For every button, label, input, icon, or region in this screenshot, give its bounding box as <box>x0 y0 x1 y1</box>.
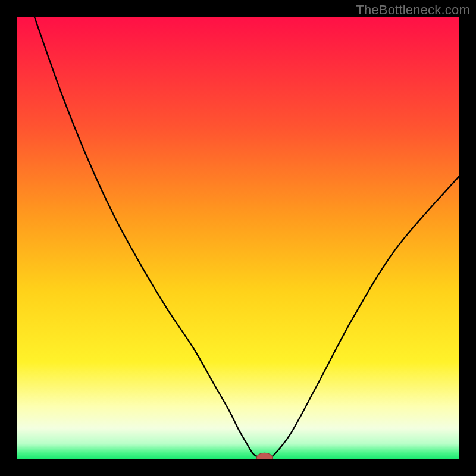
chart-frame: TheBottleneck.com <box>0 0 476 476</box>
gradient-background <box>17 17 459 459</box>
watermark-text: TheBottleneck.com <box>356 2 470 18</box>
plot-area <box>17 17 459 459</box>
chart-svg <box>17 17 459 459</box>
